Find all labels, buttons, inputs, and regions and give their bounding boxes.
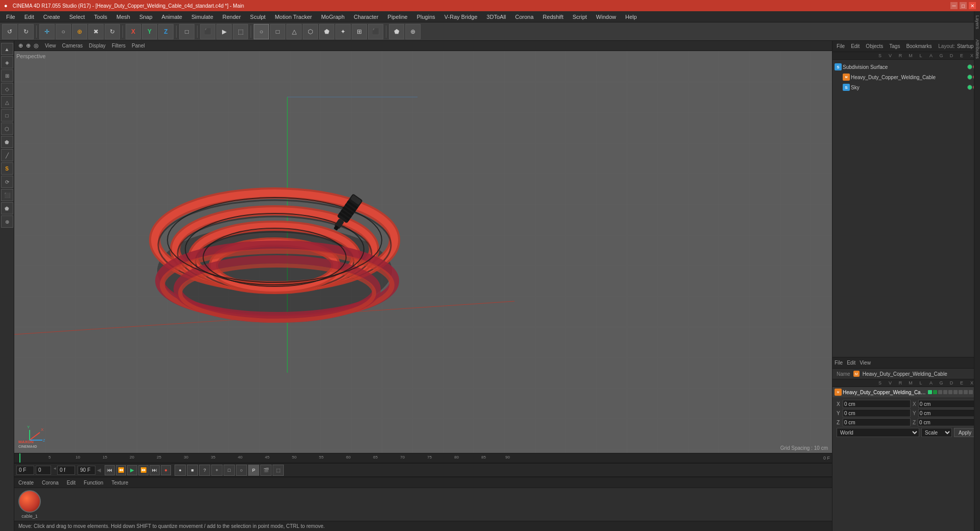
left-tool-0[interactable]: ▲ — [1, 43, 13, 55]
obj-sky[interactable]: S Sky — [832, 82, 980, 92]
menu-file[interactable]: File — [2, 13, 19, 21]
menu-window[interactable]: Window — [592, 13, 620, 21]
left-tool-9[interactable]: S — [1, 162, 13, 175]
menu-tools[interactable]: Tools — [90, 13, 111, 21]
move-button[interactable]: ⊕ — [72, 24, 87, 39]
left-tool-11[interactable]: ⬛ — [1, 189, 13, 201]
frame-input[interactable] — [57, 466, 75, 475]
menu-character[interactable]: Character — [350, 13, 382, 21]
menu-sculpt[interactable]: Sculpt — [246, 13, 270, 21]
viewport-panel-menu[interactable]: Panel — [132, 43, 145, 49]
menu-pipeline[interactable]: Pipeline — [383, 13, 411, 21]
viewport-display-menu[interactable]: Display — [89, 43, 106, 49]
render-preview-button[interactable]: ⬛ — [200, 24, 215, 39]
mat-texture-menu[interactable]: Texture — [109, 479, 130, 487]
primitive-cube-button[interactable]: □ — [270, 24, 285, 39]
select-button[interactable]: ○ — [56, 24, 71, 39]
rb5[interactable]: □ — [224, 465, 235, 476]
end-frame-field[interactable] — [78, 466, 95, 475]
material-item-cable1[interactable]: cable_1 — [18, 490, 41, 519]
menu-mograph[interactable]: MoGraph — [317, 13, 349, 21]
tool1-button[interactable]: □ — [179, 24, 194, 39]
menu-redshift[interactable]: Redshift — [538, 13, 567, 21]
viewport-cameras-menu[interactable]: Cameras — [62, 43, 83, 49]
next-frame-button[interactable]: ⏩ — [138, 465, 149, 475]
start-frame-field[interactable] — [16, 466, 34, 475]
menu-edit[interactable]: Edit — [20, 13, 38, 21]
go-start-button[interactable]: ⏮ — [105, 465, 115, 475]
z-axis-button[interactable]: Z — [158, 24, 174, 39]
attr-obj-row[interactable]: M Heavy_Duty_Copper_Welding_Cable — [832, 387, 980, 397]
new-object-button[interactable]: ✛ — [39, 24, 55, 39]
primitive-cone-button[interactable]: △ — [286, 24, 302, 39]
menu-plugins[interactable]: Plugins — [412, 13, 439, 21]
menu-v-ray-bridge[interactable]: V-Ray Bridge — [440, 13, 482, 21]
left-tool-12[interactable]: ⬟ — [1, 202, 13, 214]
obj-bookmarks-tab[interactable]: Bookmarks — [904, 42, 934, 50]
expand-icon[interactable]: ⊕ — [18, 42, 23, 49]
scale-select[interactable]: Scale — [921, 428, 952, 437]
left-tool-3[interactable]: ◇ — [1, 83, 13, 95]
left-tool-4[interactable]: △ — [1, 96, 13, 108]
attr-edit-tab[interactable]: Edit — [847, 360, 855, 366]
menu-motion-tracker[interactable]: Motion Tracker — [271, 13, 316, 21]
menu-help[interactable]: Help — [621, 13, 641, 21]
menu-animate[interactable]: Animate — [158, 13, 186, 21]
left-tool-13[interactable]: ⊕ — [1, 215, 13, 228]
viewport-view-menu[interactable]: View — [45, 43, 56, 49]
obj-edit-tab[interactable]: Edit — [849, 42, 862, 50]
attr-file-tab[interactable]: File — [835, 360, 843, 366]
coord-z-rot-field[interactable] — [918, 418, 980, 426]
menu-3dtoall[interactable]: 3DToAll — [482, 13, 510, 21]
x-axis-button[interactable]: X — [126, 24, 141, 39]
go-end-button[interactable]: ⏭ — [150, 465, 160, 475]
mat-corona-menu[interactable]: Corona — [40, 479, 61, 487]
menu-corona[interactable]: Corona — [511, 13, 537, 21]
obj-tags-tab[interactable]: Tags — [887, 42, 902, 50]
coord-y-pos-field[interactable] — [843, 409, 911, 417]
rb7[interactable]: P — [248, 465, 259, 476]
mat-edit-menu[interactable]: Edit — [65, 479, 78, 487]
maximize-button[interactable]: □ — [960, 2, 967, 9]
menu-mesh[interactable]: Mesh — [112, 13, 134, 21]
viewport[interactable]: Perspective X Y Z Grid Spacing : 10 cm — [14, 51, 832, 453]
tool10[interactable]: ⊕ — [405, 24, 421, 39]
left-tool-10[interactable]: ⟳ — [1, 176, 13, 188]
prev-frame-button[interactable]: ⏪ — [116, 465, 126, 475]
world-select[interactable]: World — [837, 428, 919, 437]
render-settings-button[interactable]: ⬚ — [233, 24, 248, 39]
coord-x-pos-field[interactable] — [843, 400, 911, 408]
rb3[interactable]: ? — [199, 465, 210, 476]
minimize-button[interactable]: ─ — [950, 2, 958, 9]
left-tool-2[interactable]: ⊞ — [1, 69, 13, 82]
scale-button[interactable]: ✖ — [88, 24, 104, 39]
primitive-sphere-button[interactable]: ○ — [254, 24, 269, 39]
obj-subdivision-surface[interactable]: S Subdivision Surface — [832, 62, 980, 72]
left-tool-1[interactable]: ◈ — [1, 56, 13, 68]
viewport-filters-menu[interactable]: Filters — [112, 43, 126, 49]
menu-render[interactable]: Render — [218, 13, 245, 21]
coord-x-rot-field[interactable] — [918, 400, 980, 408]
apply-button[interactable]: Apply — [954, 428, 976, 437]
attr-view-tab[interactable]: View — [860, 360, 871, 366]
left-tool-5[interactable]: □ — [1, 109, 13, 122]
record-button[interactable]: ● — [161, 465, 171, 475]
render-button[interactable]: ▶ — [216, 24, 232, 39]
rb6[interactable]: ○ — [236, 465, 247, 476]
tool5[interactable]: ⬟ — [319, 24, 334, 39]
obj-heavy-cable[interactable]: M Heavy_Duty_Copper_Welding_Cable — [832, 72, 980, 82]
dots-icon[interactable]: ⊕ — [26, 42, 31, 49]
y-axis-button[interactable]: Y — [142, 24, 157, 39]
menu-create[interactable]: Create — [39, 13, 64, 21]
close-button[interactable]: ✕ — [969, 2, 976, 9]
redo-button[interactable]: ↻ — [18, 24, 34, 39]
tool8[interactable]: ⬛ — [368, 24, 383, 39]
coord-y-rot-field[interactable] — [918, 409, 980, 417]
rb8[interactable]: 🎬 — [260, 465, 272, 476]
rb2[interactable]: ■ — [187, 465, 198, 476]
primitive-cyl-button[interactable]: ⬡ — [303, 24, 318, 39]
menu-simulate[interactable]: Simulate — [187, 13, 217, 21]
tool7[interactable]: ⊞ — [352, 24, 367, 39]
menu-select[interactable]: Select — [65, 13, 89, 21]
tool9[interactable]: ⬟ — [389, 24, 404, 39]
